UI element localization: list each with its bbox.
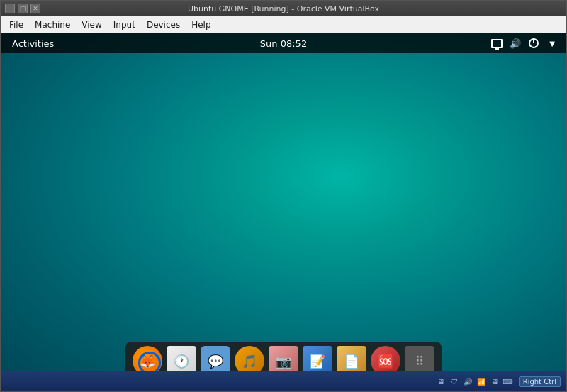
window-title: Ubuntu GNOME [Running] - Oracle VM Virtu…: [40, 4, 527, 13]
power-status-icon[interactable]: [527, 36, 541, 50]
window-controls: − □ ✕: [5, 4, 40, 13]
restore-button[interactable]: □: [18, 4, 28, 13]
vbox-menubar: File Machine View Input Devices Help: [1, 16, 566, 33]
menu-help[interactable]: Help: [186, 18, 216, 31]
right-ctrl-label: Right Ctrl: [519, 376, 561, 387]
display-status-icon[interactable]: [490, 36, 504, 50]
help-icon: 🆘: [378, 354, 393, 369]
close-button[interactable]: ✕: [30, 4, 40, 13]
volume-shape: 🔊: [510, 38, 521, 49]
ubuntu-desktop: Activities Sun 08:52 🔊: [1, 33, 566, 391]
music-icon: 🎵: [242, 354, 257, 369]
host-taskbar: 🖥 🛡 🔊 📶 🖥 ⌨ Right Ctrl: [1, 371, 566, 391]
firefox-icon: 🦊: [140, 354, 155, 369]
apps-grid-icon: ⠿: [415, 354, 424, 369]
minimize-button[interactable]: −: [5, 4, 15, 13]
files-icon: 📄: [344, 354, 359, 369]
virtualbox-window: − □ ✕ Ubuntu GNOME [Running] - Oracle VM…: [0, 0, 567, 392]
taskbar-audio-icon[interactable]: 🔊: [462, 376, 473, 387]
menu-view[interactable]: View: [76, 18, 107, 31]
taskbar-keyboard-icon[interactable]: ⌨: [503, 376, 514, 387]
menu-input[interactable]: Input: [108, 18, 141, 31]
camera-icon: 📷: [276, 354, 291, 369]
volume-status-icon[interactable]: 🔊: [508, 36, 522, 50]
clock-icon: 🕐: [174, 354, 189, 369]
chevron-down-icon: ▼: [549, 40, 555, 47]
writer-icon: 📝: [310, 354, 325, 369]
menu-devices[interactable]: Devices: [141, 18, 186, 31]
vm-display[interactable]: Activities Sun 08:52 🔊: [1, 33, 566, 391]
menu-machine[interactable]: Machine: [29, 18, 76, 31]
gnome-activities-button[interactable]: Activities: [8, 37, 58, 50]
taskbar-right-area: 🖥 🛡 🔊 📶 🖥 ⌨ Right Ctrl: [435, 376, 561, 387]
gnome-clock: Sun 08:52: [260, 38, 307, 49]
taskbar-network2-icon[interactable]: 📶: [476, 376, 487, 387]
gnome-status-area: 🔊 ▼: [490, 36, 559, 50]
taskbar-shield-icon[interactable]: 🛡: [449, 376, 460, 387]
gnome-topbar: Activities Sun 08:52 🔊: [1, 33, 566, 53]
system-menu-arrow[interactable]: ▼: [545, 36, 559, 50]
chat-icon: 💬: [208, 354, 223, 369]
taskbar-network-icon[interactable]: 🖥: [435, 376, 447, 387]
power-shape: [529, 38, 539, 48]
taskbar-monitor-icon[interactable]: 🖥: [489, 376, 500, 387]
menu-file[interactable]: File: [4, 18, 29, 31]
vbox-titlebar: − □ ✕ Ubuntu GNOME [Running] - Oracle VM…: [1, 1, 566, 16]
monitor-shape: [491, 39, 503, 48]
